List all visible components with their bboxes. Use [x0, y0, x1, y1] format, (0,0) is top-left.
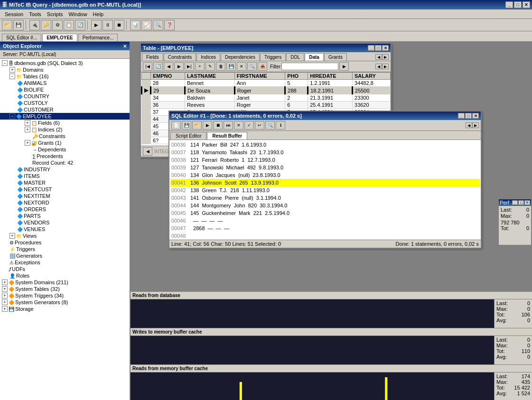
toolbar-btn-9[interactable]: ⏸	[103, 20, 113, 30]
sql-btn-clear[interactable]: ✕	[234, 121, 243, 130]
tab-triggers[interactable]: Triggers	[260, 53, 286, 61]
menu-tools[interactable]: Tools	[26, 10, 44, 18]
menu-session[interactable]: Session	[2, 10, 26, 18]
tree-fields[interactable]: + 📋 Fields (6)	[0, 120, 130, 126]
table-btn-filter-go[interactable]: ▶	[339, 62, 349, 71]
tab-indices[interactable]: Indices	[196, 53, 220, 61]
expand-sys-generators[interactable]: +	[2, 299, 8, 305]
table-toolbar-prev[interactable]: ◀	[375, 64, 382, 69]
tree-udfs[interactable]: 𝒇 UDFs	[0, 266, 130, 272]
toolbar-btn-13[interactable]: 🔍	[153, 20, 163, 30]
table-btn-add[interactable]: +	[195, 62, 205, 71]
filter-input[interactable]	[281, 63, 338, 70]
maximize-button[interactable]: □	[514, 1, 522, 8]
tree-generators[interactable]: 🔢 Generators	[0, 252, 130, 259]
table-nav-prev[interactable]: ◀	[375, 54, 382, 60]
toolbar-btn-2[interactable]: 💾	[13, 20, 24, 30]
expand-sys-domains[interactable]: +	[2, 279, 8, 285]
table-btn-cancel[interactable]: ✕	[237, 62, 246, 71]
expand-root[interactable]: −	[2, 60, 8, 66]
table-btn-edit[interactable]: ✎	[205, 62, 215, 71]
table-row[interactable]: ▶ 29 De Souza Roger 288 18.2.1991 25500	[142, 87, 391, 94]
expand-tables[interactable]: −	[9, 74, 15, 79]
table-btn-export[interactable]: 📤	[258, 62, 267, 71]
tree-table-parts[interactable]: 🔷 PARTS	[0, 213, 130, 219]
tree-indices[interactable]: + 📋 Indices (2)	[0, 126, 130, 133]
toolbar-btn-6[interactable]: 📋	[64, 20, 74, 30]
expand-grants[interactable]: +	[25, 140, 30, 146]
tree-views[interactable]: + 📁 Views	[0, 233, 130, 239]
expand-domains[interactable]: +	[9, 67, 15, 73]
tab-grants[interactable]: Grants	[324, 53, 347, 61]
table-nav-next[interactable]: ▶	[382, 54, 389, 60]
tree-table-nextcust[interactable]: 🔷 NEXTCUST	[0, 186, 130, 193]
sql-btn-run[interactable]: ▶	[203, 121, 212, 130]
toolbar-btn-10[interactable]: ⏹	[114, 20, 124, 30]
col-phone[interactable]: PHO	[285, 73, 308, 80]
sql-btn-stop[interactable]: ⏹	[213, 121, 223, 130]
sql-win-close[interactable]: ✕	[472, 113, 479, 119]
sql-btn-step[interactable]: ⏭	[224, 121, 233, 130]
sql-btn-new[interactable]: 📄	[171, 121, 181, 130]
tree-table-nextord[interactable]: 🔷 NEXTORD	[0, 199, 130, 206]
expand-sys-tables[interactable]: +	[2, 286, 8, 292]
table-row[interactable]: 34 Baldwin Janet 2 21.3.1991 23300	[142, 94, 391, 102]
tree-system-triggers[interactable]: + 🔶 System Triggers (34)	[0, 292, 130, 299]
table-row[interactable]: 36 Reeves Roger 6 25.4.1991 33620	[142, 102, 391, 109]
tree-table-orders[interactable]: 🔷 ORDERS	[0, 206, 130, 213]
tree-dependents[interactable]: → Dependents	[0, 146, 130, 153]
tree-table-animals[interactable]: 🔷 ANIMALS	[0, 80, 130, 86]
col-lastname[interactable]: LASTNAME	[185, 73, 234, 80]
result-buffer[interactable]: 00036 114 Parker Bill 247 1.6.1993.0 000…	[169, 140, 481, 240]
col-empno[interactable]: EMPNO	[151, 73, 185, 80]
expand-fields[interactable]: +	[25, 120, 30, 126]
table-btn-search[interactable]: 🔍	[247, 62, 257, 71]
sql-btn-commit[interactable]: ✓	[244, 121, 254, 130]
tree-triggers[interactable]: ⚡ Triggers	[0, 246, 130, 252]
tab-result-buffer[interactable]: Result Buffer	[207, 132, 247, 140]
table-btn-last[interactable]: ▶|	[185, 62, 194, 71]
table-win-close[interactable]: ✕	[382, 45, 389, 51]
menu-scripts[interactable]: Scripts	[44, 10, 66, 18]
toolbar-btn-14[interactable]: ❓	[164, 20, 175, 30]
table-row[interactable]: 28 Bennet Ann 5 1.2.1991 34482,8	[142, 80, 391, 87]
tree-table-employee[interactable]: − 🔷 EMPLOYEE	[0, 113, 130, 120]
tree-system-generators[interactable]: + 🔶 System Generators (8)	[0, 299, 130, 306]
tree-storage[interactable]: + 💾 Storage	[0, 306, 130, 312]
menu-window[interactable]: Window	[65, 10, 90, 18]
sql-btn-help[interactable]: 🔍	[265, 121, 275, 130]
sql-btn-save[interactable]: 💾	[182, 121, 191, 130]
expand-storage[interactable]: +	[2, 306, 8, 312]
sql-btn-open[interactable]: 📂	[192, 121, 202, 130]
tree-procedures[interactable]: ⚙ Procedures	[0, 239, 130, 246]
tree-table-venues[interactable]: 🔷 VENUES	[0, 226, 130, 233]
col-hiredate[interactable]: HIREDATE	[308, 73, 353, 80]
col-firstname[interactable]: FIRSTNAME	[234, 73, 285, 80]
tree-table-nextitem[interactable]: 🔷 NEXTITEM	[0, 193, 130, 199]
tab-script-editor[interactable]: Script Editor	[170, 132, 206, 140]
table-btn-first[interactable]: |◀	[143, 62, 152, 71]
table-back-btn[interactable]: ◀	[143, 147, 152, 156]
tree-exceptions[interactable]: ⚠ Exceptions	[0, 259, 130, 266]
expand-indices[interactable]: +	[25, 127, 30, 132]
expand-sys-triggers[interactable]: +	[2, 293, 8, 298]
tab-sql-editor[interactable]: SQL Editor #...	[2, 34, 41, 41]
tab-data[interactable]: Data	[305, 53, 324, 61]
table-btn-next[interactable]: ▶	[174, 62, 184, 71]
sql-nav-prev[interactable]: ◀	[466, 122, 472, 128]
table-win-maximize[interactable]: □	[375, 45, 382, 51]
sql-btn-rollback[interactable]: ↩	[255, 121, 264, 130]
tab-constraints[interactable]: Constraints	[164, 53, 196, 61]
tree-table-biolife[interactable]: 🔷 BIOLIFE	[0, 86, 130, 93]
toolbar-btn-5[interactable]: ⚙	[52, 20, 63, 30]
col-salary[interactable]: SALARY	[353, 73, 391, 80]
toolbar-btn-7[interactable]: 🔄	[75, 20, 85, 30]
minimize-button[interactable]: _	[505, 1, 513, 8]
tree-root[interactable]: − 🗄 dbdemos.gdb (SQL Dialect 3)	[0, 60, 130, 66]
table-toolbar-next[interactable]: ▶	[382, 64, 389, 69]
oe-close-button[interactable]: ✕	[123, 44, 127, 49]
sql-win-maximize[interactable]: □	[465, 113, 472, 119]
tab-performance[interactable]: Performance...	[78, 34, 118, 41]
mini-maximize[interactable]: □	[518, 200, 524, 205]
table-btn-prev[interactable]: ◀	[164, 62, 173, 71]
